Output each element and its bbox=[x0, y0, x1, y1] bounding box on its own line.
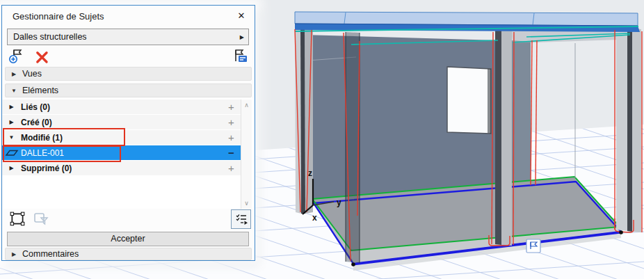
collapse-arrow-icon[interactable]: ▶ bbox=[2, 165, 21, 171]
near-corner-column bbox=[346, 32, 360, 263]
corner-node-front-left bbox=[351, 262, 355, 266]
delete-topic-x-icon[interactable] bbox=[34, 49, 51, 66]
corner-node-front-right bbox=[619, 230, 623, 234]
window-opening bbox=[447, 67, 491, 134]
close-icon[interactable]: ✕ bbox=[234, 9, 248, 23]
app-root: z y x Gestionnaire de Sujets ✕ Dalles st… bbox=[0, 0, 644, 279]
scroll-down-icon[interactable]: ∨ bbox=[241, 200, 252, 207]
topic-selector-value: Dalles structurelles bbox=[8, 32, 240, 42]
annotation-highlight-modified bbox=[3, 128, 125, 146]
combo-arrow-icon: ▶ bbox=[240, 34, 248, 40]
row-label: Liés (0) bbox=[21, 102, 222, 112]
collapse-arrow-icon[interactable]: ▶ bbox=[2, 104, 21, 110]
axis-label-z: z bbox=[308, 168, 312, 178]
topic-toolbar bbox=[8, 47, 248, 65]
scroll-up-icon[interactable]: ∧ bbox=[241, 102, 252, 109]
collapse-arrow-icon[interactable]: ▶ bbox=[6, 251, 22, 257]
annotation-highlight-dalle bbox=[3, 145, 121, 162]
bottom-toolbar bbox=[2, 209, 255, 230]
axis-label-x: x bbox=[312, 213, 317, 223]
add-button[interactable]: + bbox=[222, 116, 241, 128]
collapse-arrow-icon[interactable]: ▶ bbox=[6, 71, 22, 77]
collapse-arrow-icon[interactable]: ▶ bbox=[2, 119, 21, 125]
row-label: Supprimé (0) bbox=[21, 164, 222, 173]
section-commentaires[interactable]: ▶ Commentaires bbox=[5, 248, 252, 260]
list-scrollbar[interactable]: ∧ ∨ bbox=[241, 99, 252, 209]
add-button[interactable]: + bbox=[222, 101, 241, 113]
section-label: Vues bbox=[22, 69, 42, 79]
expand-arrow-icon[interactable]: ▼ bbox=[6, 88, 22, 94]
new-topic-flag-add-icon[interactable] bbox=[8, 47, 25, 64]
filter-elements-icon[interactable] bbox=[33, 211, 49, 228]
axis-label-y: y bbox=[337, 198, 341, 207]
add-button[interactable]: + bbox=[222, 131, 241, 143]
section-vues[interactable]: ▶ Vues bbox=[5, 67, 252, 81]
topic-details-flag-list-icon[interactable] bbox=[232, 47, 248, 64]
marquee-selection-icon[interactable] bbox=[9, 211, 26, 228]
topic-marker-flag-icon[interactable] bbox=[526, 239, 540, 253]
add-button[interactable]: + bbox=[222, 162, 241, 174]
section-label: Eléments bbox=[22, 86, 58, 95]
accept-button[interactable]: Accepter bbox=[7, 232, 249, 246]
topic-list-view-button[interactable] bbox=[231, 209, 251, 229]
panel-title: Gestionnaire de Sujets bbox=[13, 11, 104, 22]
topic-selector[interactable]: Dalles structurelles ▶ bbox=[7, 29, 249, 45]
topic-manager-panel: Gestionnaire de Sujets ✕ Dalles structur… bbox=[1, 5, 255, 261]
section-elements[interactable]: ▼ Eléments bbox=[5, 83, 252, 97]
remove-button[interactable]: − bbox=[222, 147, 241, 159]
element-row-lies[interactable]: ▶ Liés (0) + bbox=[2, 99, 241, 114]
element-row-supprime[interactable]: ▶ Supprimé (0) + bbox=[2, 161, 241, 175]
row-label: Créé (0) bbox=[21, 118, 222, 127]
element-row-cree[interactable]: ▶ Créé (0) + bbox=[2, 115, 241, 129]
checklist-icon bbox=[234, 212, 248, 226]
section-label: Commentaires bbox=[22, 249, 79, 259]
